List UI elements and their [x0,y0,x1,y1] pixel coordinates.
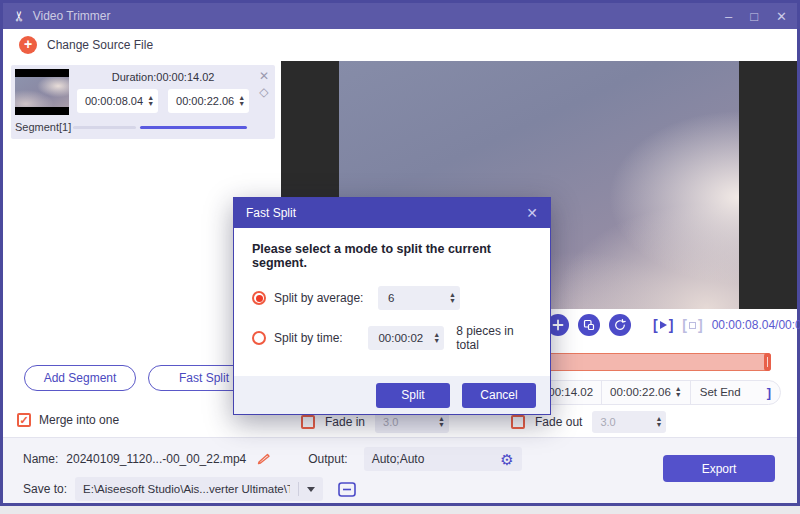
output-label: Output: [308,452,347,466]
segment-thumbnail[interactable] [15,69,69,115]
segment-range-bar [73,126,247,129]
segment-end-spinner[interactable]: 00:00:22.06 ▲▼ [168,89,249,113]
stop-segment-icon [689,322,696,329]
split-by-time-label: Split by time: [274,331,368,345]
dialog-title: Fast Split [246,206,296,220]
dialog-prompt: Please select a mode to split the curren… [252,242,532,270]
merge-label: Merge into one [39,413,119,427]
delete-segment-icon[interactable]: ✕ [259,69,269,83]
chevron-down-icon [307,487,315,492]
dialog-titlebar: Fast Split ✕ [234,198,550,228]
gear-icon[interactable]: ⚙ [500,452,513,467]
name-label: Name: [23,452,58,466]
segment-card[interactable]: Duration:00:00:14.02 00:00:08.04 ▲▼ 00:0… [11,65,275,139]
end-time-spinner[interactable]: 00:00:22.06 ▲▼ [601,381,690,404]
reset-button[interactable] [609,314,631,336]
save-to-label: Save to: [23,482,67,496]
stepper-arrows-icon[interactable]: ▲▼ [655,416,662,428]
set-end-button[interactable]: Set End ] [690,381,780,404]
fast-split-dialog: Fast Split ✕ Please select a mode to spl… [233,197,551,415]
stepper-arrows-icon[interactable]: ▲▼ [238,95,245,107]
dialog-close-icon[interactable]: ✕ [526,205,538,221]
split-by-average-label: Split by average: [274,291,378,305]
preview-stop-button[interactable]: [] [682,317,702,333]
split-by-average-radio[interactable] [252,291,266,305]
time-display: 00:00:08.04/00:00:22.07 [712,318,800,332]
stepper-arrows-icon[interactable]: ▲▼ [675,386,682,398]
fade-out-spinner[interactable]: 3.0 ▲▼ [592,411,666,433]
divider [298,482,299,496]
maximize-button[interactable]: □ [750,10,758,23]
stepper-arrows-icon[interactable]: ▲▼ [147,95,154,107]
export-button[interactable]: Export [663,455,775,482]
pieces-note: 8 pieces in total [456,324,532,352]
cancel-button[interactable]: Cancel [462,383,536,408]
average-count-spinner[interactable]: 6 ▲▼ [378,286,460,310]
output-bar: Name: 20240109_1120...-00_00_22.mp4 Outp… [3,437,797,503]
add-segment-button[interactable]: Add Segment [24,365,136,391]
stepper-arrows-icon[interactable]: ▲▼ [449,292,456,304]
stepper-arrows-icon[interactable]: ▲▼ [433,332,440,344]
play-segment-icon [660,321,667,329]
minimize-button[interactable]: – [725,10,732,23]
file-name-value: 20240109_1120...-00_00_22.mp4 [66,452,246,466]
close-button[interactable]: ✕ [776,10,787,23]
trim-end-handle[interactable] [764,353,771,371]
time-interval-spinner[interactable]: 00:00:02 ▲▼ [368,326,444,350]
fade-in-checkbox[interactable]: ✓ [301,415,315,429]
reorder-chevrons-icon[interactable]: ◇ [259,85,268,99]
edit-name-icon[interactable] [256,452,272,466]
window-title: Video Trimmer [33,9,111,23]
merge-checkbox[interactable]: ✓ [17,413,31,427]
split-by-time-radio[interactable] [252,331,266,345]
source-toolbar: + Change Source File [3,29,797,61]
scissors-app-icon: ✂ [11,10,27,22]
open-folder-icon[interactable] [337,481,357,498]
titlebar: ✂ Video Trimmer – □ ✕ [3,3,797,29]
preview-segment-button[interactable]: [] [653,317,673,333]
fade-out-checkbox[interactable]: ✓ [511,415,525,429]
segment-label: Segment[1] [15,121,73,133]
segment-duration: Duration:00:00:14.02 [77,71,249,83]
duplicate-button[interactable] [578,314,600,336]
add-source-icon[interactable]: + [19,36,37,54]
save-to-dropdown[interactable]: E:\Aiseesoft Studio\Ais...verter Ultimat… [75,477,323,501]
fade-in-label: Fade in [325,415,365,429]
segment-start-spinner[interactable]: 00:00:08.04 ▲▼ [77,89,158,113]
app-window: ✂ Video Trimmer – □ ✕ + Change Source Fi… [0,0,800,506]
fade-out-label: Fade out [535,415,582,429]
split-confirm-button[interactable]: Split [376,383,450,408]
dialog-footer: Split Cancel [234,376,550,414]
stepper-arrows-icon[interactable]: ▲▼ [438,416,445,428]
change-source-button[interactable]: Change Source File [47,38,153,52]
output-format-field[interactable]: Auto;Auto ⚙ [364,447,522,471]
